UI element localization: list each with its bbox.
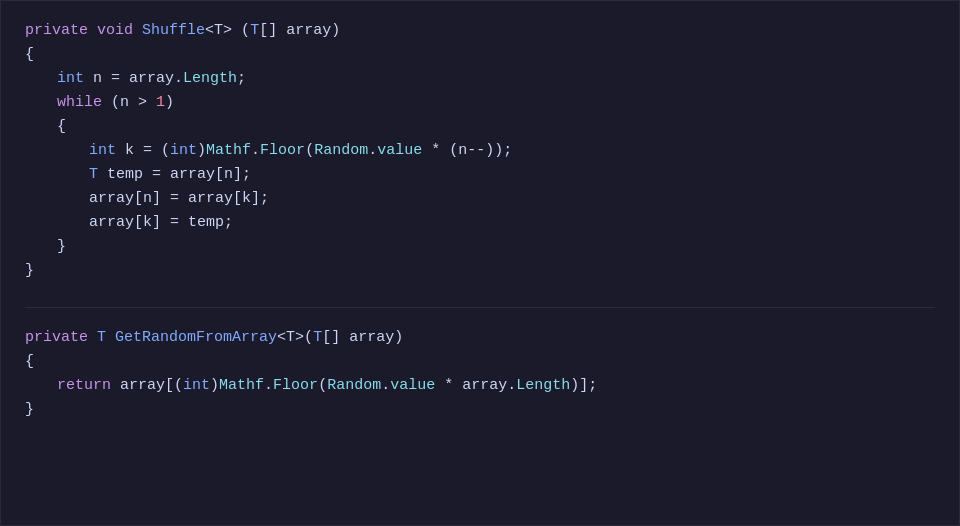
method-get-random: private T GetRandomFromArray <T> ( T [] … — [25, 326, 935, 422]
code-editor: private void Shuffle <T> ( T [] array ) … — [0, 0, 960, 526]
method-name-shuffle: Shuffle — [142, 19, 205, 43]
floor-method: Floor — [260, 139, 305, 163]
open-brace-2: { — [25, 350, 935, 374]
literal-1: 1 — [156, 91, 165, 115]
property-length-1: Length — [183, 67, 237, 91]
keyword-void: void — [97, 19, 133, 43]
keyword-while: while — [57, 91, 102, 115]
param-type-T: T — [250, 19, 259, 43]
signature-line-1: private void Shuffle <T> ( T [] array ) — [25, 19, 935, 43]
mathf-floor-2: Mathf — [219, 374, 264, 398]
line-int-n: int n = array. Length ; — [25, 67, 935, 91]
signature-line-2: private T GetRandomFromArray <T> ( T [] … — [25, 326, 935, 350]
mathf-floor: Mathf — [206, 139, 251, 163]
property-length-2: Length — [516, 374, 570, 398]
generic-type-2: <T> — [277, 326, 304, 350]
line-int-k: int k = ( int ) Mathf . Floor ( Random .… — [25, 139, 935, 163]
return-type-T: T — [97, 326, 106, 350]
open-brace-1: { — [25, 43, 935, 67]
keyword-int-2: int — [89, 139, 116, 163]
open-brace-while: { — [25, 115, 935, 139]
keyword-private-2: private — [25, 326, 88, 350]
line-return: return array[ ( int ) Mathf . Floor ( Ra… — [25, 374, 935, 398]
method-shuffle: private void Shuffle <T> ( T [] array ) … — [25, 19, 935, 283]
line-array-k: array[k] = temp ; — [25, 211, 935, 235]
close-brace-2: } — [25, 398, 935, 422]
line-T-temp: T temp = array[n] ; — [25, 163, 935, 187]
keyword-return: return — [57, 374, 111, 398]
method-separator — [25, 307, 935, 308]
line-array-n: array[n] = array[k] ; — [25, 187, 935, 211]
keyword-private: private — [25, 19, 88, 43]
generic-type: <T> — [205, 19, 232, 43]
close-brace-while: } — [25, 235, 935, 259]
cast-int-2: int — [183, 374, 210, 398]
random-class-2: Random — [327, 374, 381, 398]
random-value-2: value — [390, 374, 435, 398]
random-class: Random — [314, 139, 368, 163]
keyword-int-1: int — [57, 67, 84, 91]
close-brace-1: } — [25, 259, 935, 283]
line-while: while (n > 1 ) — [25, 91, 935, 115]
param-type-T2: T — [313, 326, 322, 350]
random-value: value — [377, 139, 422, 163]
method-name-getrandom: GetRandomFromArray — [115, 326, 277, 350]
cast-int: int — [170, 139, 197, 163]
floor-method-2: Floor — [273, 374, 318, 398]
type-T-1: T — [89, 163, 98, 187]
